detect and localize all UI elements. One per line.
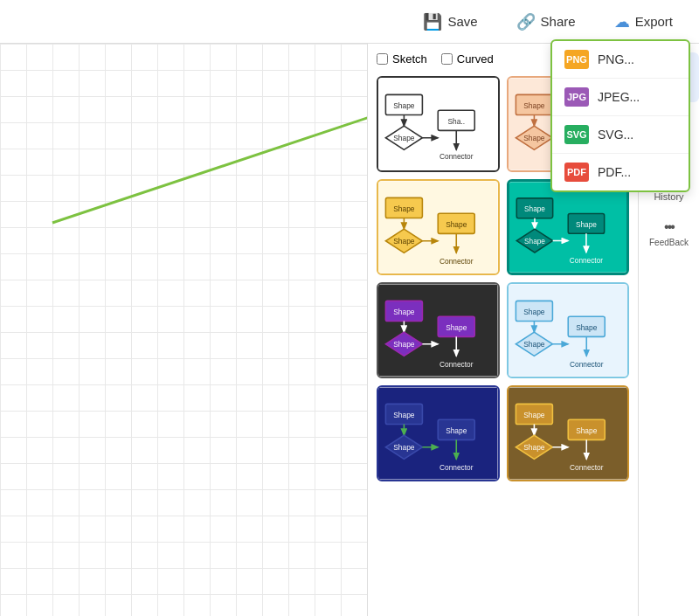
jpeg-label: JPEG... bbox=[598, 90, 640, 104]
svg-text:Connector: Connector bbox=[439, 257, 474, 266]
theme-card-navy[interactable]: Shape Shape Shape Connector bbox=[377, 385, 500, 481]
svg-text:Shape: Shape bbox=[576, 323, 598, 332]
feedback-icon: ••• bbox=[664, 219, 674, 235]
svg-text:Shape: Shape bbox=[393, 204, 415, 213]
canvas-area[interactable] bbox=[0, 44, 367, 616]
svg-text:Connector: Connector bbox=[439, 360, 474, 369]
curved-label: Curved bbox=[457, 52, 494, 66]
export-svg-item[interactable]: SVG SVG... bbox=[552, 116, 689, 154]
svg-text:Connector: Connector bbox=[569, 257, 602, 265]
export-dropdown: PNG PNG... JPG JPEG... SVG SVG... PDF PD… bbox=[550, 39, 690, 192]
svg-text:Shape: Shape bbox=[393, 340, 415, 349]
svg-text:Shape: Shape bbox=[446, 426, 467, 435]
history-icon-label: History bbox=[654, 191, 683, 202]
svg-label: SVG... bbox=[598, 128, 633, 142]
svg-text:Shape: Shape bbox=[393, 134, 415, 142]
export-label: Export bbox=[635, 14, 673, 29]
toolbar: 💾 Save 🔗 Share ☁ Export bbox=[0, 0, 699, 44]
svg-text:Shape: Shape bbox=[523, 443, 545, 452]
png-icon: PNG bbox=[564, 50, 589, 69]
svg-text:Shape: Shape bbox=[524, 205, 545, 213]
pdf-icon: PDF bbox=[564, 163, 589, 182]
export-icon: ☁ bbox=[614, 12, 630, 31]
svg-text:Shape: Shape bbox=[523, 101, 545, 110]
curved-input[interactable] bbox=[441, 53, 453, 65]
jpeg-icon: JPG bbox=[564, 87, 589, 107]
app-container: 💾 Save 🔗 Share ☁ Export PNG PNG... JPG J… bbox=[0, 0, 699, 616]
export-button[interactable]: ☁ Export bbox=[602, 7, 685, 37]
svg-text:Shape: Shape bbox=[523, 340, 545, 349]
share-button[interactable]: 🔗 Share bbox=[504, 7, 588, 37]
svg-text:Shape: Shape bbox=[393, 443, 415, 452]
svg-text:Shape: Shape bbox=[524, 238, 545, 246]
pdf-label: PDF... bbox=[598, 165, 631, 179]
svg-text:Shape: Shape bbox=[393, 308, 415, 316]
svg-text:Shape: Shape bbox=[393, 411, 415, 419]
svg-text:Connector: Connector bbox=[439, 152, 474, 161]
theme-card-yellow[interactable]: Shape Shape Shape Connector bbox=[377, 179, 500, 275]
sketch-label: Sketch bbox=[392, 52, 427, 66]
svg-text:Connector: Connector bbox=[569, 463, 603, 472]
save-button[interactable]: 💾 Save bbox=[411, 7, 489, 37]
png-label: PNG... bbox=[598, 52, 634, 66]
save-label: Save bbox=[447, 14, 477, 29]
svg-text:Shape: Shape bbox=[446, 323, 467, 332]
svg-text:Shape: Shape bbox=[523, 411, 545, 419]
sidebar-item-feedback[interactable]: ••• FeedBack bbox=[639, 212, 699, 254]
share-icon: 🔗 bbox=[516, 12, 536, 31]
sketch-input[interactable] bbox=[377, 53, 388, 65]
svg-text:Shape: Shape bbox=[393, 237, 415, 246]
svg-text:Sha..: Sha.. bbox=[447, 117, 465, 126]
share-label: Share bbox=[541, 14, 576, 29]
svg-text:Shape: Shape bbox=[446, 220, 467, 229]
theme-card-default[interactable]: Shape Shape Sha.. bbox=[377, 76, 500, 172]
svg-text:Connector: Connector bbox=[439, 463, 474, 472]
arrow-annotation bbox=[26, 96, 367, 236]
sketch-checkbox[interactable]: Sketch bbox=[377, 52, 427, 66]
svg-text:Shape: Shape bbox=[575, 221, 596, 229]
theme-card-gold[interactable]: Shape Shape Shape Connector bbox=[507, 385, 630, 481]
theme-card-lightblue[interactable]: Shape Shape Shape Connector bbox=[507, 282, 630, 378]
curved-checkbox[interactable]: Curved bbox=[441, 52, 494, 66]
svg-text:Shape: Shape bbox=[393, 101, 415, 110]
export-pdf-item[interactable]: PDF PDF... bbox=[552, 154, 689, 190]
feedback-icon-label: FeedBack bbox=[649, 238, 689, 247]
save-icon: 💾 bbox=[423, 12, 442, 31]
theme-card-teal[interactable]: Shape Shape Shape Connector bbox=[507, 179, 630, 275]
export-jpeg-item[interactable]: JPG JPEG... bbox=[552, 79, 689, 116]
export-png-item[interactable]: PNG PNG... bbox=[552, 41, 689, 79]
svg-text:Shape: Shape bbox=[576, 426, 598, 435]
svg-text:Shape: Shape bbox=[523, 308, 545, 316]
svg-line-1 bbox=[52, 109, 367, 223]
svg-text:Connector: Connector bbox=[569, 360, 603, 369]
theme-card-dark[interactable]: Shape Shape Shape Connector bbox=[377, 282, 500, 378]
svg-text:Shape: Shape bbox=[523, 134, 545, 142]
svg-icon: SVG bbox=[564, 125, 589, 144]
